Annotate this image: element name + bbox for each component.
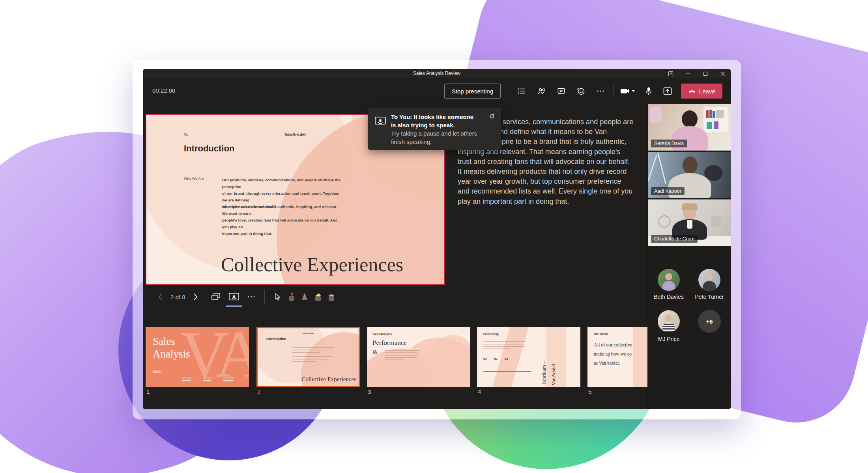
text-placeholder — [182, 378, 235, 382]
thumbnail-number-3: 3 — [368, 388, 371, 395]
stop-presenting-button[interactable]: Stop presenting — [444, 84, 501, 99]
thumbnail-number-1: 1 — [146, 388, 150, 395]
avatar-pete[interactable] — [698, 269, 720, 291]
camera-toggle[interactable] — [616, 84, 639, 99]
chair — [711, 216, 721, 227]
thumbnail-slide-3[interactable]: Sales Analysis Performance & — [367, 327, 470, 387]
hangup-icon — [688, 89, 696, 93]
laser-pointer-tool[interactable] — [284, 290, 298, 304]
participants-panel: Serena Davis Aadi Kapoor — [647, 104, 731, 409]
participant-name-label: Serena Davis — [651, 140, 687, 147]
pointer-tool[interactable] — [271, 290, 284, 304]
thumbnail-number-4: 4 — [478, 388, 481, 395]
person-head — [683, 156, 698, 174]
desktop-background: Sales Analysis Review 00 — [0, 0, 868, 473]
text-placeholder — [292, 347, 336, 363]
teams-meeting-window: Sales Analysis Review 00 — [143, 69, 731, 409]
presenter-mode-icon[interactable] — [227, 290, 241, 304]
divider-line — [483, 371, 531, 372]
video-tile-aadi[interactable]: Aadi Kapoor — [648, 152, 731, 198]
thumbnail-slide-2-selected[interactable]: VanArsdel Introduction Collective Experi… — [256, 327, 360, 387]
thumb1-title: Sales Analysis — [153, 335, 190, 360]
participant-name-label: Charlotte de Crum — [651, 235, 698, 243]
thumb4-items: 01 02 03 — [483, 357, 508, 361]
agenda-list-icon[interactable] — [512, 84, 531, 99]
toolbar-divider — [613, 85, 614, 97]
text-placeholder — [483, 341, 527, 351]
toast-title: To You: It looks like someone is also tr… — [391, 113, 490, 129]
slide-heading: Introduction — [184, 143, 234, 154]
thumbnail-number-2: 2 — [257, 388, 260, 395]
chair — [658, 215, 671, 228]
thumb3-header: Sales Analysis — [372, 333, 392, 335]
slide-grid-icon[interactable] — [209, 290, 223, 304]
avatar-mj[interactable] — [658, 310, 680, 332]
thumb2-logo: VanArsdel — [258, 332, 359, 335]
avatar-name: Pete Turner — [686, 294, 731, 300]
person-head — [682, 110, 698, 128]
avatar-beth[interactable] — [658, 269, 680, 291]
pen-tool[interactable] — [298, 290, 311, 304]
window-title: Sales Analysis Review — [143, 71, 731, 76]
thumb2-heading: Introduction — [266, 337, 286, 341]
avatar-name: Beth Davies — [645, 294, 692, 300]
more-tools-icon[interactable] — [245, 290, 258, 304]
share-screen-icon[interactable] — [658, 84, 677, 99]
thumb3-title: Performance — [372, 339, 407, 347]
popout-icon[interactable] — [667, 70, 675, 78]
thumb5-heading: Our Vision — [594, 332, 608, 335]
thumb4-vertical-text: Fabrikam – — [541, 331, 547, 385]
speaking-notification-toast: To You: It looks like someone is also tr… — [368, 108, 501, 150]
thumbnail-slide-1[interactable]: VA Sales Analysis 2019 — [146, 327, 249, 387]
more-participants-button[interactable]: +6 — [698, 310, 721, 333]
participants-icon[interactable] — [531, 84, 551, 99]
microphone-toggle[interactable] — [639, 84, 658, 99]
screen-mic-icon — [374, 116, 386, 127]
participant-name-label: Aadi Kapoor — [651, 187, 685, 195]
avatar-name: MJ Price — [645, 336, 692, 342]
thumb3-title-amp: & — [372, 348, 378, 356]
reactions-icon[interactable] — [571, 84, 591, 99]
leave-button[interactable]: Leave — [681, 84, 722, 99]
thumbnail-slide-5[interactable]: Our Vision All of our collective make up… — [587, 327, 647, 387]
slide-paragraph-2: We aspire to be a brand that is authenti… — [222, 203, 340, 237]
toast-body: Try taking a pause and let others finish… — [391, 129, 490, 146]
thumbnail-slide-4[interactable]: Partnership 01 02 03 Fabrikam – VanArsde… — [477, 327, 580, 387]
maximize-icon[interactable] — [702, 70, 709, 78]
meeting-toolbar: 00:22:06 Stop presenting — [143, 78, 731, 104]
close-icon[interactable] — [719, 70, 727, 78]
person-shirt — [687, 220, 692, 229]
wall-poster — [650, 106, 662, 123]
highlighter-tool[interactable] — [311, 290, 325, 304]
next-slide-button[interactable] — [189, 290, 202, 304]
title-bar[interactable]: Sales Analysis Review — [143, 69, 731, 78]
thumb1-year: 2019 — [153, 370, 161, 374]
video-tile-charlotte[interactable]: Charlotte de Crum — [648, 199, 731, 246]
text-placeholder — [385, 350, 421, 362]
chat-icon[interactable] — [551, 84, 571, 99]
thumb4-vertical-text: VanArsdel — [550, 330, 557, 385]
thumb5-lines: All of our collective make up how we co … — [594, 341, 632, 368]
video-tile-serena[interactable]: Serena Davis — [648, 104, 731, 151]
meeting-timer: 00:22:06 — [152, 87, 175, 94]
eraser-tool[interactable] — [325, 290, 338, 304]
active-tool-underline — [226, 305, 242, 307]
person-hair — [682, 203, 698, 210]
slide-position-label: 2 of 8 — [170, 294, 185, 300]
tools-divider — [264, 289, 265, 304]
mute-notifications-icon[interactable] — [488, 113, 496, 120]
slide-side-label: Who We Are — [184, 177, 204, 181]
slide-title: Collective Experiences — [221, 253, 403, 276]
presenter-control-bar: 2 of 8 — [154, 287, 338, 307]
bookshelf — [703, 107, 728, 132]
minimize-icon[interactable] — [684, 70, 692, 78]
thumb4-heading: Partnership — [483, 333, 499, 335]
more-options-icon[interactable] — [591, 84, 610, 99]
previous-slide-button[interactable] — [154, 290, 167, 304]
thumbnail-number-5: 5 — [588, 388, 591, 395]
thumb2-title: Collective Experiences — [258, 376, 356, 383]
